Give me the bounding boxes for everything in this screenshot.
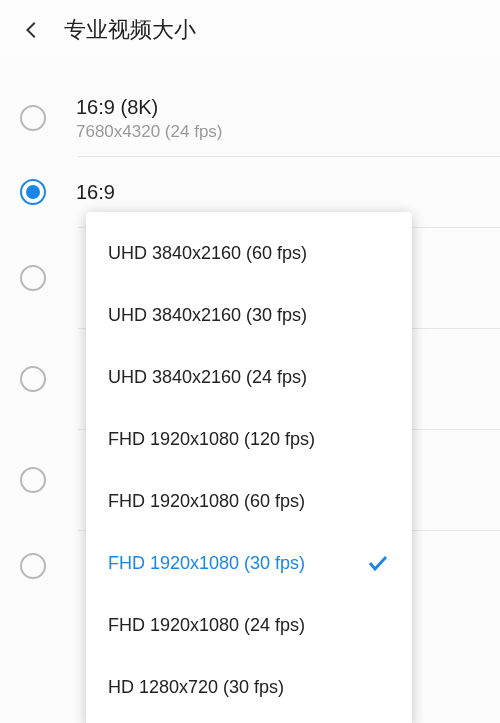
check-icon (366, 551, 390, 575)
option-text-1: 16:9 (76, 179, 500, 205)
dropdown-item-label: FHD 1920x1080 (60 fps) (108, 491, 305, 512)
dropdown-item-label: FHD 1920x1080 (24 fps) (108, 615, 305, 636)
dropdown-item-label: UHD 3840x2160 (30 fps) (108, 305, 307, 326)
option-title-1: 16:9 (76, 179, 500, 205)
dropdown-item-7[interactable]: HD 1280x720 (30 fps) (86, 656, 412, 718)
radio-4[interactable] (20, 467, 46, 493)
dropdown-item-label: HD 1280x720 (30 fps) (108, 677, 284, 698)
option-text-0: 16:9 (8K) 7680x4320 (24 fps) (76, 94, 500, 142)
dropdown-item-label: FHD 1920x1080 (30 fps) (108, 553, 305, 574)
option-row-0[interactable]: 16:9 (8K) 7680x4320 (24 fps) (0, 80, 500, 156)
radio-3[interactable] (20, 366, 46, 392)
page-title: 专业视频大小 (64, 15, 196, 45)
resolution-dropdown: UHD 3840x2160 (60 fps) UHD 3840x2160 (30… (86, 212, 412, 723)
dropdown-item-label: FHD 1920x1080 (120 fps) (108, 429, 315, 450)
dropdown-item-3[interactable]: FHD 1920x1080 (120 fps) (86, 408, 412, 470)
dropdown-item-6[interactable]: FHD 1920x1080 (24 fps) (86, 594, 412, 656)
dropdown-item-label: UHD 3840x2160 (24 fps) (108, 367, 307, 388)
dropdown-item-4[interactable]: FHD 1920x1080 (60 fps) (86, 470, 412, 532)
dropdown-item-5[interactable]: FHD 1920x1080 (30 fps) (86, 532, 412, 594)
chevron-left-icon (21, 19, 43, 41)
radio-2[interactable] (20, 265, 46, 291)
header: 专业视频大小 (0, 0, 500, 60)
radio-5[interactable] (20, 553, 46, 579)
dropdown-item-label: UHD 3840x2160 (60 fps) (108, 243, 307, 264)
dropdown-item-2[interactable]: UHD 3840x2160 (24 fps) (86, 346, 412, 408)
radio-1[interactable] (20, 179, 46, 205)
option-subtitle-0: 7680x4320 (24 fps) (76, 122, 500, 142)
dropdown-item-1[interactable]: UHD 3840x2160 (30 fps) (86, 284, 412, 346)
back-button[interactable] (14, 12, 50, 48)
dropdown-item-0[interactable]: UHD 3840x2160 (60 fps) (86, 222, 412, 284)
radio-0[interactable] (20, 105, 46, 131)
option-title-0: 16:9 (8K) (76, 94, 500, 120)
